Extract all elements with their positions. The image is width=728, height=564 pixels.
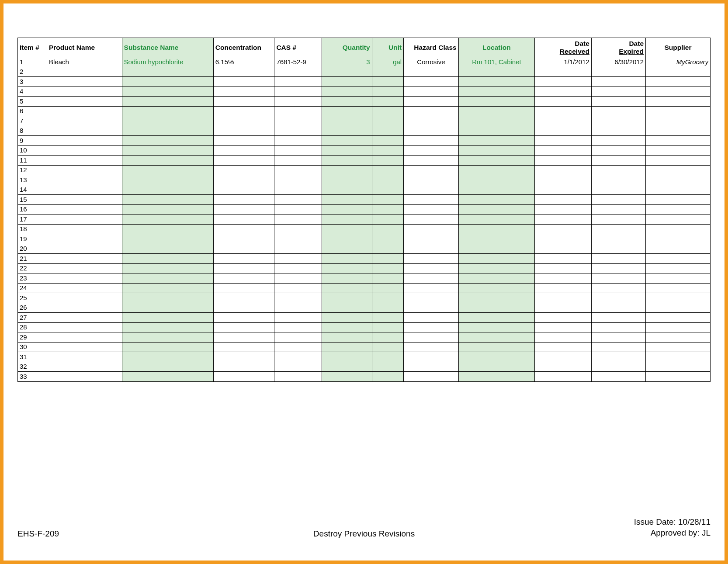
cell-item[interactable]: 17 — [18, 215, 47, 225]
cell-product[interactable] — [47, 106, 122, 116]
cell-item[interactable]: 28 — [18, 322, 47, 332]
cell-item[interactable]: 12 — [18, 165, 47, 175]
cell-quantity[interactable] — [322, 145, 372, 156]
cell-substance[interactable]: Sodium hypochlorite — [122, 57, 213, 67]
cell-unit[interactable] — [372, 126, 404, 136]
cell-supplier[interactable] — [646, 185, 711, 195]
cell-cas[interactable] — [274, 126, 322, 136]
cell-product[interactable] — [47, 215, 122, 225]
cell-date_expired[interactable] — [591, 273, 645, 284]
cell-location[interactable] — [458, 372, 534, 382]
cell-date_expired[interactable] — [591, 106, 645, 116]
cell-date_expired[interactable] — [591, 204, 645, 215]
cell-quantity[interactable] — [322, 362, 372, 372]
cell-supplier[interactable] — [646, 195, 711, 205]
cell-concentration[interactable] — [213, 175, 274, 185]
cell-item[interactable]: 8 — [18, 126, 47, 136]
cell-date_received[interactable] — [535, 244, 592, 254]
cell-unit[interactable] — [372, 165, 404, 175]
cell-concentration[interactable] — [213, 156, 274, 166]
cell-concentration[interactable] — [213, 342, 274, 352]
cell-date_expired[interactable] — [591, 97, 645, 107]
cell-concentration[interactable] — [213, 322, 274, 332]
cell-supplier[interactable]: MyGrocery — [646, 57, 711, 67]
cell-location[interactable]: Rm 101, Cabinet — [458, 57, 534, 67]
cell-cas[interactable] — [274, 204, 322, 215]
cell-supplier[interactable] — [646, 273, 711, 284]
cell-substance[interactable] — [122, 195, 213, 205]
cell-hazard[interactable] — [404, 67, 459, 77]
cell-item[interactable]: 18 — [18, 224, 47, 234]
cell-unit[interactable] — [372, 77, 404, 87]
cell-quantity[interactable] — [322, 283, 372, 293]
cell-supplier[interactable] — [646, 116, 711, 126]
cell-product[interactable] — [47, 263, 122, 273]
cell-product[interactable] — [47, 87, 122, 97]
cell-date_received[interactable] — [535, 254, 592, 264]
cell-location[interactable] — [458, 234, 534, 244]
cell-supplier[interactable] — [646, 126, 711, 136]
cell-product[interactable] — [47, 145, 122, 156]
cell-substance[interactable] — [122, 362, 213, 372]
cell-hazard[interactable] — [404, 165, 459, 175]
cell-date_expired[interactable] — [591, 362, 645, 372]
cell-unit[interactable] — [372, 185, 404, 195]
cell-date_received[interactable] — [535, 234, 592, 244]
cell-concentration[interactable] — [213, 362, 274, 372]
cell-date_expired[interactable] — [591, 67, 645, 77]
cell-product[interactable] — [47, 273, 122, 284]
cell-location[interactable] — [458, 332, 534, 343]
cell-supplier[interactable] — [646, 362, 711, 372]
cell-substance[interactable] — [122, 322, 213, 332]
cell-quantity[interactable] — [322, 273, 372, 284]
cell-date_expired[interactable] — [591, 175, 645, 185]
cell-concentration[interactable] — [213, 303, 274, 313]
cell-hazard[interactable] — [404, 254, 459, 264]
cell-location[interactable] — [458, 116, 534, 126]
cell-hazard[interactable] — [404, 87, 459, 97]
cell-quantity[interactable] — [322, 175, 372, 185]
cell-substance[interactable] — [122, 234, 213, 244]
cell-supplier[interactable] — [646, 234, 711, 244]
cell-quantity[interactable] — [322, 67, 372, 77]
cell-substance[interactable] — [122, 342, 213, 352]
cell-location[interactable] — [458, 342, 534, 352]
cell-date_received[interactable] — [535, 106, 592, 116]
cell-cas[interactable] — [274, 215, 322, 225]
cell-supplier[interactable] — [646, 165, 711, 175]
cell-hazard[interactable] — [404, 136, 459, 146]
cell-date_expired[interactable] — [591, 322, 645, 332]
cell-unit[interactable] — [372, 215, 404, 225]
cell-unit[interactable] — [372, 116, 404, 126]
cell-location[interactable] — [458, 224, 534, 234]
cell-cas[interactable] — [274, 234, 322, 244]
cell-substance[interactable] — [122, 136, 213, 146]
cell-item[interactable]: 11 — [18, 156, 47, 166]
cell-concentration[interactable] — [213, 165, 274, 175]
cell-location[interactable] — [458, 244, 534, 254]
cell-product[interactable] — [47, 362, 122, 372]
cell-date_expired[interactable] — [591, 283, 645, 293]
cell-unit[interactable] — [372, 332, 404, 343]
cell-quantity[interactable] — [322, 332, 372, 343]
cell-date_received[interactable] — [535, 165, 592, 175]
cell-item[interactable]: 32 — [18, 362, 47, 372]
cell-cas[interactable] — [274, 224, 322, 234]
cell-location[interactable] — [458, 77, 534, 87]
cell-product[interactable] — [47, 234, 122, 244]
cell-unit[interactable] — [372, 87, 404, 97]
cell-unit[interactable] — [372, 67, 404, 77]
cell-supplier[interactable] — [646, 204, 711, 215]
cell-date_expired[interactable] — [591, 156, 645, 166]
cell-quantity[interactable] — [322, 313, 372, 323]
cell-quantity[interactable] — [322, 303, 372, 313]
cell-location[interactable] — [458, 175, 534, 185]
cell-location[interactable] — [458, 263, 534, 273]
cell-concentration[interactable] — [213, 67, 274, 77]
cell-concentration[interactable] — [213, 185, 274, 195]
cell-date_received[interactable]: 1/1/2012 — [535, 57, 592, 67]
cell-product[interactable] — [47, 204, 122, 215]
cell-cas[interactable] — [274, 145, 322, 156]
cell-date_received[interactable] — [535, 87, 592, 97]
cell-product[interactable] — [47, 126, 122, 136]
